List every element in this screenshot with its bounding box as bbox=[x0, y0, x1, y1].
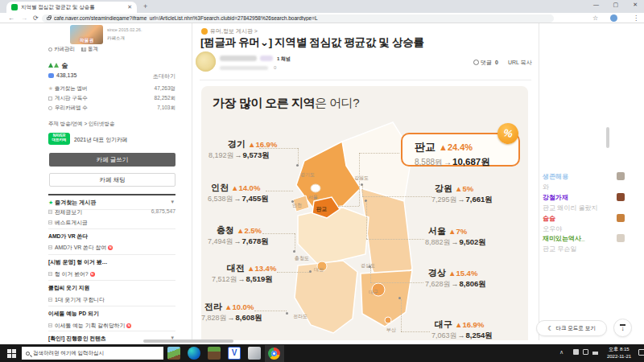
leader-dot bbox=[291, 200, 294, 203]
horizontal-scrollbar-thumb[interactable] bbox=[143, 339, 233, 343]
scroll-to-bottom-button[interactable]: ↓ bbox=[613, 319, 632, 337]
author-grade-blurred bbox=[260, 56, 273, 61]
breadcrumb[interactable]: 유머,정보 게시판 > bbox=[201, 27, 258, 35]
tray-icon[interactable] bbox=[583, 349, 588, 355]
dark-mode-button[interactable]: ☾ 다크 모드로 보기 bbox=[536, 320, 607, 336]
comments-button[interactable]: 댓글 0 bbox=[473, 59, 498, 67]
cafe-stats-link[interactable]: 통계 bbox=[88, 46, 98, 51]
viewer-app-icon[interactable] bbox=[248, 347, 261, 360]
moon-icon: ☾ bbox=[547, 325, 553, 332]
chat-scrollbar[interactable] bbox=[606, 127, 609, 148]
fav-boards-header[interactable]: ★즐겨찾는 게시판 ▾ bbox=[48, 194, 175, 210]
stat-to: 8,254원 bbox=[466, 331, 493, 339]
stat-from: 8,192원 bbox=[208, 151, 234, 159]
sidebar-item-isedol-plan[interactable]: 이세돌 예능 기획 갈취당하기N bbox=[48, 322, 175, 330]
url-copy-button[interactable]: URL 복사 bbox=[508, 59, 532, 67]
tab-close-icon[interactable]: ✕ bbox=[127, 4, 132, 10]
sidebar-section-isedol-pd[interactable]: 이세돌 예능 PD 되기 bbox=[48, 306, 175, 318]
tray-network-icon[interactable] bbox=[592, 349, 598, 355]
stat-name: 충청 bbox=[217, 225, 234, 235]
arrow-icon: → bbox=[238, 275, 246, 283]
badge-text: 2021년 대표 인기카페 bbox=[74, 136, 127, 144]
back-icon[interactable]: ← bbox=[8, 14, 14, 22]
cafe-chat-button[interactable]: 카페 채팅 bbox=[49, 173, 175, 187]
sidebar-section-clip[interactable]: 클립씨 웃기 지원 bbox=[48, 280, 175, 292]
leader-line bbox=[366, 239, 424, 240]
comments-count: 0 bbox=[495, 60, 498, 65]
info-row: ★ 즐겨찾는 멤버 47,263명 bbox=[48, 85, 175, 93]
tray-icon[interactable] bbox=[573, 349, 579, 355]
minimize-icon[interactable]: — bbox=[593, 2, 599, 7]
close-icon[interactable]: ✕ bbox=[633, 2, 638, 8]
stat-to: 7,678원 bbox=[242, 237, 269, 245]
info-label: 즐겨찾는 멤버 bbox=[55, 85, 88, 91]
notification-icon[interactable] bbox=[638, 349, 644, 356]
tree-icon bbox=[48, 63, 53, 68]
tray-collapse-icon[interactable]: ∧ bbox=[559, 349, 564, 356]
leader-line bbox=[359, 153, 360, 206]
sidebar-item-all-posts[interactable]: 전체글보기 6,875,547 bbox=[48, 208, 175, 216]
map-region-busan bbox=[385, 317, 391, 323]
game-app-icon[interactable] bbox=[167, 347, 180, 360]
chrome-icon[interactable] bbox=[268, 348, 280, 360]
forward-icon[interactable]: → bbox=[21, 14, 27, 22]
chat-username[interactable]: 생존해용 bbox=[543, 172, 568, 181]
board-bullet-icon bbox=[48, 298, 52, 302]
sidebar-item-make-me-laugh[interactable]: 1대 웃기게 구합니다 bbox=[48, 296, 175, 304]
invite-link[interactable]: 초대하기 bbox=[153, 72, 175, 80]
stat-from: 8,588원 bbox=[415, 158, 443, 167]
stat-pct: ▲15.4% bbox=[448, 269, 477, 278]
info-value: 47,263명 bbox=[155, 85, 175, 93]
stat-from: 7,628원 bbox=[425, 280, 451, 288]
browser-menu-icon[interactable]: ⋮ bbox=[633, 14, 639, 22]
breadcrumb-label: 유머,정보 게시판 > bbox=[210, 28, 258, 34]
author-avatar[interactable] bbox=[196, 51, 216, 72]
search-icon bbox=[26, 352, 30, 356]
chevron-down-icon[interactable]: ▾ bbox=[171, 199, 174, 205]
cafe-logo[interactable]: 왁물원 bbox=[70, 25, 103, 44]
info-value: 7,103회 bbox=[157, 105, 175, 112]
tree-icon bbox=[54, 63, 59, 68]
arrow-icon: → bbox=[228, 314, 235, 322]
chat-username[interactable]: 강철가재 bbox=[543, 193, 568, 202]
taskbar-clock[interactable]: 오후 8:15 2022-11-21 bbox=[601, 346, 638, 360]
v-app-icon[interactable]: V bbox=[228, 347, 241, 360]
sidebar-item-amd-vr-join[interactable]: AMD가 VR 쏜다 참여N bbox=[48, 244, 175, 252]
url-field[interactable]: cafe.naver.com/steamindiegame?iframe_url… bbox=[42, 14, 554, 23]
sidebar-section-amd-vr[interactable]: AMD가 VR 쏜다 bbox=[48, 228, 175, 241]
new-tab-button[interactable]: + bbox=[143, 2, 147, 10]
map-label-gyeongsang: 경상도 bbox=[361, 262, 375, 269]
cafe-manage-link[interactable]: 카페관리 bbox=[54, 46, 75, 51]
arrow-icon: → bbox=[452, 280, 459, 288]
sidebar-section-trial[interactable]: [시범 운영] 형 이거 봤… bbox=[48, 254, 175, 266]
comment-icon bbox=[473, 60, 479, 65]
leader-line bbox=[401, 299, 402, 331]
start-button[interactable] bbox=[7, 349, 16, 358]
leader-line bbox=[401, 331, 430, 332]
bookmark-star-icon[interactable]: ☆ bbox=[592, 14, 598, 22]
map-label-pangyo: 판교 bbox=[316, 206, 327, 213]
browser-tab[interactable]: 지역별 점심값 평균값 및 상승률 ✕ bbox=[6, 2, 137, 13]
edge-icon[interactable] bbox=[188, 347, 200, 360]
chat-username[interactable]: 재미있는역사_ bbox=[543, 234, 584, 243]
menu-count: 6,875,547 bbox=[151, 208, 175, 214]
maximize-icon[interactable]: ▢ bbox=[613, 2, 618, 8]
chat-username[interactable]: 슘슘 bbox=[543, 214, 555, 223]
minecraft-icon[interactable] bbox=[208, 347, 221, 360]
cafe-write-button[interactable]: 카페 글쓰기 bbox=[49, 153, 175, 167]
leader-line bbox=[295, 233, 295, 251]
stat-gyeonggi: 경기▲16.9% 8,192원→9,573원 bbox=[208, 140, 277, 159]
stat-pct: ▲5% bbox=[455, 184, 473, 193]
lock-icon bbox=[47, 17, 51, 20]
browser-profile-avatar[interactable] bbox=[610, 14, 617, 22]
stat-pct: ▲14.0% bbox=[231, 183, 260, 192]
chat-emote-icon bbox=[617, 214, 625, 222]
sidebar-item-best-posts[interactable]: 베스트게시글 bbox=[48, 219, 175, 227]
taskbar-search-input[interactable]: 검색하려면 여기에 입력하십시 bbox=[22, 347, 163, 360]
infographic-title-bold: 가장 많이 오른 지역 bbox=[213, 96, 315, 109]
cafe-intro-link[interactable]: 카페소개 bbox=[107, 35, 125, 41]
refresh-icon[interactable]: ⟳ bbox=[33, 14, 39, 22]
sidebar-item-hey-look[interactable]: 형 이거 봤어?N bbox=[48, 270, 175, 278]
stat-name: 경기 bbox=[228, 139, 246, 149]
leader-line bbox=[359, 153, 399, 154]
